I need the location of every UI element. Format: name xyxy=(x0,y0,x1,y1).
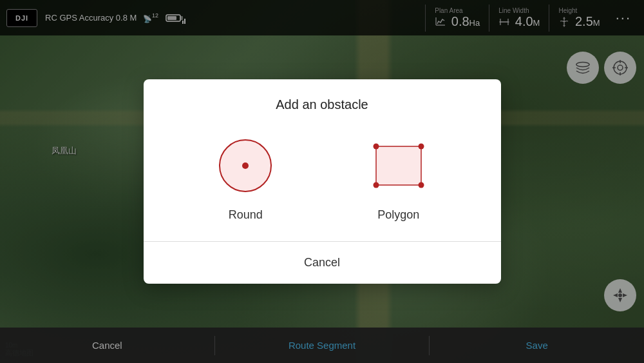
round-option[interactable]: Round xyxy=(212,132,279,222)
polygon-obstacle-icon xyxy=(366,133,431,198)
modal-title: Add an obstacle xyxy=(144,79,501,125)
round-icon-wrap xyxy=(212,132,279,199)
round-label: Round xyxy=(229,208,263,222)
svg-rect-31 xyxy=(376,146,421,185)
modal-cancel-button[interactable]: Cancel xyxy=(144,242,501,284)
svg-point-33 xyxy=(418,143,424,149)
modal-options: Round Polygon xyxy=(144,125,501,241)
polygon-option[interactable]: Polygon xyxy=(365,132,432,222)
svg-point-34 xyxy=(373,182,379,188)
polygon-label: Polygon xyxy=(377,208,419,222)
add-obstacle-modal: Add an obstacle Round xyxy=(144,79,501,284)
svg-point-32 xyxy=(373,143,379,149)
polygon-icon-wrap xyxy=(365,132,432,199)
svg-point-30 xyxy=(242,162,249,169)
round-obstacle-icon xyxy=(213,133,278,198)
svg-point-35 xyxy=(418,182,424,188)
modal-overlay: Add an obstacle Round xyxy=(0,0,644,363)
